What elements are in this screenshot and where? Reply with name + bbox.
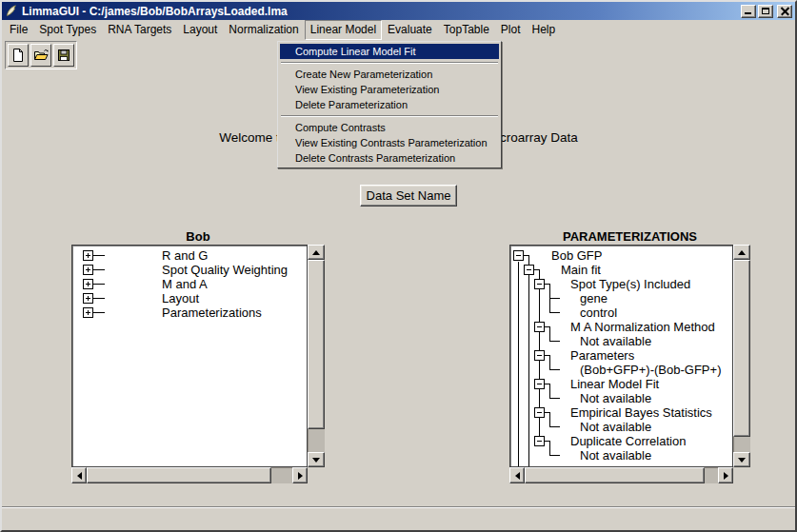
parameterizations-tree-hscrollbar[interactable] [509, 467, 733, 483]
menuitem-delete-parameterization[interactable]: Delete Parameterization [280, 97, 499, 112]
data-set-name-button[interactable]: Data Set Name [360, 185, 457, 207]
scrollbar-corner [733, 467, 750, 483]
menu-rna-targets[interactable]: RNA Targets [102, 20, 177, 40]
minus-box-icon[interactable] [534, 350, 545, 361]
window-title: LimmaGUI - C:/james/Bob/BobArraysLoaded.… [22, 5, 737, 18]
menu-file[interactable]: File [4, 20, 33, 40]
tree-item-label[interactable]: Not available [580, 391, 651, 405]
window-controls [741, 5, 792, 18]
menuitem-view-existing-parameterization[interactable]: View Existing Parameterization [280, 82, 499, 97]
tree-connector-dash [545, 355, 550, 356]
scroll-track[interactable] [733, 260, 750, 452]
tree-connector-dash [545, 284, 550, 285]
scroll-right-button[interactable] [292, 467, 308, 483]
tree-item-label[interactable]: Parameterizations [162, 305, 262, 320]
menu-bar: FileSpot TypesRNA TargetsLayoutNormaliza… [2, 20, 795, 39]
bob-tree-title: Bob [71, 229, 325, 245]
new-file-button[interactable] [8, 44, 29, 67]
tree-item-label[interactable]: Parameters [570, 348, 634, 363]
scroll-left-button[interactable] [509, 467, 525, 483]
menuitem-view-existing-contrasts-parameterization[interactable]: View Existing Contrasts Parameterization [280, 135, 499, 150]
minus-box-icon[interactable] [513, 250, 524, 261]
tree-connector-dash [549, 398, 560, 399]
scroll-up-button[interactable] [308, 245, 325, 260]
plus-box-icon[interactable] [83, 307, 93, 318]
scroll-right-icon [724, 472, 728, 480]
tree-item-label[interactable]: M A Normalization Method [570, 320, 715, 334]
tree-item-label[interactable]: Empirical Bayes Statistics [570, 405, 712, 420]
menu-linear-model[interactable]: Linear Model [305, 20, 382, 40]
scroll-thumb[interactable] [525, 467, 705, 483]
bob-tree-listbox[interactable]: R and GSpot Quality WeightingM and ALayo… [71, 245, 308, 467]
tree-item-label[interactable]: Not available [580, 448, 651, 463]
menu-normalization[interactable]: Normalization [223, 20, 304, 40]
minus-box-icon[interactable] [524, 265, 534, 275]
menu-plot[interactable]: Plot [495, 20, 527, 40]
tree-item-label[interactable]: R and G [162, 248, 208, 263]
bob-tree-vscrollbar[interactable] [308, 245, 325, 467]
scroll-thumb[interactable] [308, 260, 325, 429]
minus-box-icon[interactable] [534, 407, 545, 418]
minus-box-icon[interactable] [534, 436, 545, 446]
plus-box-icon[interactable] [83, 279, 93, 289]
bob-tree-hscrollbar[interactable] [71, 467, 308, 483]
title-bar[interactable]: LimmaGUI - C:/james/Bob/BobArraysLoaded.… [2, 2, 795, 20]
parameterizations-tree-listbox[interactable]: Bob GFPMain fitSpot Type(s) Includedgene… [509, 245, 733, 467]
open-file-button[interactable] [30, 44, 51, 67]
menuitem-compute-linear-model-fit[interactable]: Compute Linear Model Fit [280, 44, 499, 59]
tree-item-label[interactable]: Spot Quality Weighting [162, 263, 288, 277]
scroll-track[interactable] [525, 467, 718, 483]
tree-item-label[interactable]: Linear Model Fit [570, 377, 659, 391]
minimize-button[interactable] [741, 5, 756, 18]
scroll-left-icon [515, 472, 520, 480]
tree-item-label[interactable]: Not available [580, 334, 651, 348]
tree-connector-dash [93, 269, 105, 270]
scroll-up-button[interactable] [733, 245, 750, 260]
tree-connector-dash [545, 326, 550, 327]
menu-spot-types[interactable]: Spot Types [33, 20, 102, 40]
tree-item-label[interactable]: Not available [580, 420, 651, 434]
menu-help[interactable]: Help [527, 20, 562, 40]
linear-model-menu: Compute Linear Model FitCreate New Param… [277, 41, 502, 168]
maximize-button[interactable] [758, 5, 773, 18]
tree-item-label[interactable]: Layout [162, 291, 199, 305]
menu-evaluate[interactable]: Evaluate [382, 20, 438, 40]
tree-connector-line [528, 256, 529, 468]
scroll-down-icon [312, 458, 320, 463]
scroll-left-button[interactable] [71, 467, 87, 483]
menuitem-compute-contrasts[interactable]: Compute Contrasts [280, 120, 499, 135]
plus-box-icon[interactable] [83, 250, 93, 261]
save-file-button[interactable] [53, 44, 74, 67]
tree-item-label[interactable]: Bob GFP [551, 248, 602, 263]
minus-box-icon[interactable] [534, 279, 545, 289]
tree-connector-dash [93, 298, 105, 299]
minus-box-icon[interactable] [534, 322, 545, 332]
plus-box-icon[interactable] [83, 265, 93, 275]
tree-item-label[interactable]: Main fit [561, 263, 601, 277]
toolbar-group [5, 41, 77, 69]
tree-item-label[interactable]: Spot Type(s) Included [570, 277, 690, 291]
tree-connector-line [549, 384, 550, 399]
scroll-down-button[interactable] [308, 452, 325, 467]
tree-item-label[interactable]: gene [580, 291, 608, 305]
tree-item-label[interactable]: (Bob+GFP+)-(Bob-GFP+) [580, 363, 721, 377]
scroll-down-button[interactable] [733, 452, 750, 467]
plus-box-icon[interactable] [83, 293, 93, 304]
tree-item-label[interactable]: control [580, 305, 617, 320]
parameterizations-tree-panel: PARAMETERIZATIONS Bob GFPMain fitSpot Ty… [509, 229, 750, 483]
scroll-track[interactable] [87, 467, 292, 483]
menuitem-create-new-parameterization[interactable]: Create New Parameterization [280, 67, 499, 82]
menu-layout[interactable]: Layout [177, 20, 223, 40]
menu-toptable[interactable]: TopTable [438, 20, 495, 40]
tree-item-label[interactable]: Duplicate Correlation [570, 434, 686, 448]
scroll-thumb[interactable] [87, 467, 271, 483]
tree-item-label[interactable]: M and A [162, 277, 208, 291]
minus-box-icon[interactable] [534, 379, 545, 389]
parameterizations-tree-vscrollbar[interactable] [733, 245, 750, 467]
tree-connector-dash [93, 312, 105, 313]
scroll-thumb[interactable] [733, 260, 750, 437]
scroll-track[interactable] [308, 260, 325, 452]
close-button[interactable] [777, 5, 792, 18]
menuitem-delete-contrasts-parameterization[interactable]: Delete Contrasts Parameterization [280, 150, 499, 166]
scroll-right-button[interactable] [718, 467, 733, 483]
